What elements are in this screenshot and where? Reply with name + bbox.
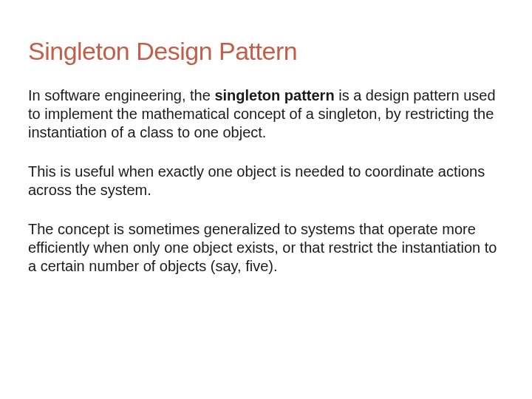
slide-title: Singleton Design Pattern — [28, 37, 504, 66]
paragraph-2: This is useful when exactly one object i… — [28, 163, 504, 200]
paragraph-1: In software engineering, the singleton p… — [28, 86, 504, 142]
para1-pre: In software engineering, the — [28, 87, 214, 103]
para1-bold: singleton pattern — [214, 87, 334, 103]
paragraph-3: The concept is sometimes generalized to … — [28, 220, 504, 276]
